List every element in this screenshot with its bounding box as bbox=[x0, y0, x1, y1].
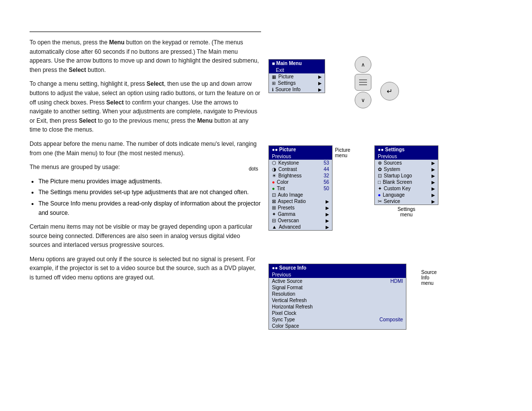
picture-menu-screenshot: ●● Picture Previous ⬡ Keystone 53 ◑ Cont… bbox=[268, 145, 332, 231]
blank-icon: □ bbox=[378, 179, 381, 185]
source-color-space: Color Space bbox=[269, 323, 406, 329]
nav-up-button[interactable]: ∧ bbox=[355, 56, 371, 73]
source-pixel-clock: Pixel Clock bbox=[269, 310, 406, 316]
picture-gamma: ✦ Gamma ▶ bbox=[269, 211, 332, 217]
picture-auto-image: ⊡ Auto Image bbox=[269, 192, 332, 198]
keystone-icon: ⬡ bbox=[272, 160, 276, 166]
settings-menu-title: ●● Settings bbox=[375, 146, 438, 153]
picture-contrast: ◑ Contrast 44 bbox=[269, 166, 332, 172]
picture-arrow: ▶ bbox=[318, 74, 322, 79]
source-info-container: Source Info menu ●● Source Info Previous… bbox=[268, 264, 406, 330]
picture-advanced: ▲ Advanced ▶ bbox=[269, 224, 332, 230]
bullet-2: The Settings menu provides set-up type a… bbox=[38, 188, 261, 197]
picture-menu-container: Picturemenu dots ●● Picture Previous ⬡ K… bbox=[268, 145, 332, 231]
language-icon: ● bbox=[378, 192, 381, 198]
paragraph-2: To change a menu setting, highlight it, … bbox=[30, 79, 261, 135]
source-info-screenshot: ●● Source Info Previous Active Source HD… bbox=[268, 264, 406, 330]
settings-menu-screenshot: ●● Settings Previous ⊕ Sources ▶ ✿ Syste… bbox=[374, 145, 438, 205]
sources-icon: ⊕ bbox=[378, 160, 382, 166]
settings-language: ● Language ▶ bbox=[375, 192, 438, 198]
auto-icon: ⊡ bbox=[272, 192, 276, 198]
main-menu-settings: ⊞ Settings ▶ bbox=[269, 80, 325, 86]
sources-arrow: ▶ bbox=[432, 161, 435, 166]
picture-presets: ⊞ Presets ▶ bbox=[269, 205, 332, 211]
settings-startup: ⊡ Startup Logo ▶ bbox=[375, 172, 438, 179]
main-text-area: To open the menus, press the Menu button… bbox=[30, 30, 261, 287]
main-menu-picture: ▦ Picture ▶ bbox=[269, 73, 325, 80]
source-horizontal-refresh: Horizontal Refresh bbox=[269, 304, 406, 310]
brightness-icon: ☀ bbox=[272, 173, 276, 178]
source-resolution: Resolution bbox=[269, 291, 406, 297]
paragraph-1: To open the menus, press the Menu button… bbox=[30, 38, 261, 74]
settings-blank: □ Blank Screen ▶ bbox=[375, 179, 438, 185]
nav-select-button[interactable]: ↵ bbox=[380, 82, 399, 101]
source-active-source: Active Source HDMI bbox=[269, 278, 406, 284]
language-arrow: ▶ bbox=[432, 193, 435, 198]
paragraph-6: Menu options are grayed out only if the … bbox=[30, 255, 261, 282]
picture-aspect-ratio: ⊠ Aspect Ratio ▶ bbox=[269, 198, 332, 205]
advanced-icon: ▲ bbox=[272, 224, 277, 230]
settings-sources: ⊕ Sources ▶ bbox=[375, 160, 438, 166]
tint-icon: ● bbox=[272, 186, 275, 191]
section-title bbox=[30, 30, 261, 32]
gamma-arrow: ▶ bbox=[326, 212, 329, 217]
picture-icon: ▦ bbox=[272, 74, 276, 79]
source-info-arrow: ▶ bbox=[318, 87, 322, 92]
presets-icon: ⊞ bbox=[272, 205, 276, 210]
custom-arrow: ▶ bbox=[432, 186, 435, 191]
settings-arrow: ▶ bbox=[318, 81, 322, 86]
picture-menu-title: ●● Picture bbox=[269, 146, 332, 153]
bullet-3: The Source Info menu provides a read-onl… bbox=[38, 199, 261, 217]
presets-arrow: ▶ bbox=[326, 206, 329, 210]
advanced-arrow: ▶ bbox=[326, 225, 329, 230]
nav-buttons-group: ∧ ∨ ↵ bbox=[355, 54, 453, 108]
source-vertical-refresh: Vertical Refresh bbox=[269, 297, 406, 304]
settings-custom-key: ✦ Custom Key ▶ bbox=[375, 185, 438, 192]
bullet-1: The Picture menu provides image adjustme… bbox=[38, 177, 261, 186]
bullet-list: The Picture menu provides image adjustme… bbox=[38, 177, 261, 217]
source-sync-type: Sync Type Composite bbox=[269, 316, 406, 323]
picture-tint: ● Tint 50 bbox=[269, 185, 332, 192]
main-menu-area: ■ Main Menu Exit ▦ Picture ▶ ⊞ Settings … bbox=[268, 59, 325, 95]
picture-color: ● Color 56 bbox=[269, 179, 332, 185]
nav-menu-button[interactable] bbox=[355, 74, 371, 91]
settings-system: ✿ System ▶ bbox=[375, 166, 438, 172]
overscan-icon: ⊟ bbox=[272, 218, 276, 223]
sync-type-value: Composite bbox=[379, 317, 403, 322]
contrast-icon: ◑ bbox=[272, 167, 276, 172]
system-icon: ✿ bbox=[378, 167, 382, 172]
source-signal-format: Signal Format bbox=[269, 284, 406, 291]
overscan-arrow: ▶ bbox=[326, 218, 329, 223]
blank-arrow: ▶ bbox=[432, 180, 435, 185]
dots-label: dots bbox=[249, 166, 258, 171]
info-icon: ℹ bbox=[272, 87, 273, 92]
picture-keystone: ⬡ Keystone 53 bbox=[269, 160, 332, 166]
picture-brightness: ☀ Brightness 32 bbox=[269, 172, 332, 179]
nav-down-button[interactable]: ∨ bbox=[355, 92, 371, 108]
picture-previous: Previous bbox=[269, 153, 332, 160]
settings-menu-container: ●● Settings Previous ⊕ Sources ▶ ✿ Syste… bbox=[374, 145, 438, 217]
service-arrow: ▶ bbox=[432, 199, 435, 204]
source-info-label: Source Info menu bbox=[421, 270, 437, 286]
source-info-title: ●● Source Info bbox=[269, 264, 406, 272]
paragraph-5: Certain menu items may not be visible or… bbox=[30, 222, 261, 250]
settings-service: ✂ Service ▶ bbox=[375, 198, 438, 205]
settings-icon: ⊞ bbox=[272, 81, 276, 86]
aspect-arrow: ▶ bbox=[326, 199, 329, 204]
main-menu-source-info: ℹ Source Info ▶ bbox=[269, 86, 325, 93]
aspect-icon: ⊠ bbox=[272, 199, 276, 204]
active-source-value: HDMI bbox=[390, 278, 403, 284]
source-info-previous: Previous bbox=[269, 272, 406, 278]
main-menu-title: ■ Main Menu bbox=[269, 60, 325, 67]
service-icon: ✂ bbox=[378, 199, 382, 204]
color-icon: ● bbox=[272, 179, 275, 185]
picture-overscan: ⊟ Overscan ▶ bbox=[269, 217, 332, 224]
paragraph-3: Dots appear before the menu name. The nu… bbox=[30, 139, 261, 158]
settings-previous: Previous bbox=[375, 153, 438, 160]
startup-icon: ⊡ bbox=[378, 173, 382, 178]
paragraph-4: The menus are grouped by usage: bbox=[30, 163, 261, 172]
picture-menu-label: Picturemenu bbox=[335, 147, 350, 158]
gamma-icon: ✦ bbox=[272, 211, 276, 217]
settings-caption: Settingsmenu bbox=[374, 206, 438, 217]
custom-icon: ✦ bbox=[378, 186, 382, 191]
